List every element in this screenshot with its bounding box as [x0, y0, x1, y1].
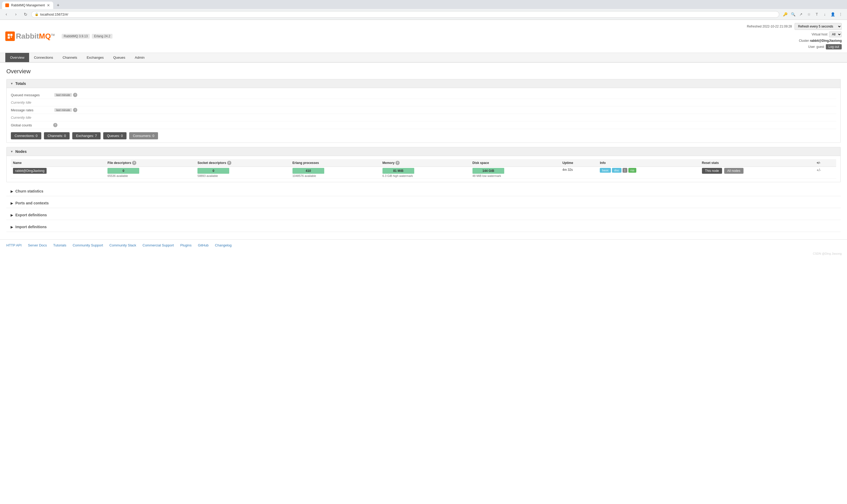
nodes-section-header[interactable]: ▼ Nodes	[6, 147, 841, 156]
footer-link-changelog[interactable]: Changelog	[215, 243, 231, 247]
version-badges: RabbitMQ 3.9.13 Erlang 24.2	[62, 34, 113, 39]
key-icon[interactable]: 🔑	[781, 11, 789, 18]
global-counts-row: Global counts ?	[11, 121, 836, 129]
queued-idle-text: Currently Idle	[11, 101, 31, 105]
back-button[interactable]: ‹	[3, 11, 10, 18]
nav-item-queues[interactable]: Queues	[108, 53, 130, 62]
export-definitions-header[interactable]: ▶ Export definitions	[6, 210, 841, 220]
download-icon[interactable]: ↓	[821, 11, 828, 18]
totals-section-header[interactable]: ▼ Totals	[6, 79, 841, 88]
channels-count-button[interactable]: Channels: 0	[44, 132, 70, 139]
uptime-cell: 4m 32s	[560, 167, 598, 179]
queued-messages-label: Queued messages	[11, 93, 53, 97]
message-rates-help-icon[interactable]: ?	[73, 108, 77, 112]
footer-link-github[interactable]: GitHub	[198, 243, 209, 247]
badge-rss[interactable]: rss	[628, 168, 637, 173]
memory-help-icon[interactable]: ?	[395, 161, 400, 165]
plus-minus-icon[interactable]: +/-	[816, 168, 821, 172]
totals-section: ▼ Totals Queued messages last minute ? C…	[6, 79, 841, 143]
lock-icon: 🔒	[35, 13, 39, 16]
forward-button[interactable]: ›	[12, 11, 20, 18]
exchanges-count-button[interactable]: Exchanges: 7	[72, 132, 101, 139]
browser-chrome: RabbitMQ Management ✕ + ‹ › ↻ 🔒 localhos…	[0, 0, 847, 20]
refresh-button[interactable]: ↻	[22, 11, 29, 18]
col-name: Name	[11, 159, 105, 167]
queued-messages-badge: last minute	[54, 93, 72, 97]
memory-sub: 6.3 GiB high watermark	[382, 174, 468, 177]
import-definitions-title: Import definitions	[15, 225, 47, 229]
nav-item-admin[interactable]: Admin	[130, 53, 149, 62]
refresh-select[interactable]: Refresh every 5 seconds Refresh every 10…	[795, 23, 842, 30]
col-erlang-processes: Erlang processes	[290, 159, 380, 167]
logout-button[interactable]: Log out	[826, 44, 842, 50]
ports-and-contexts-header[interactable]: ▶ Ports and contexts	[6, 198, 841, 208]
footer-link-community-support[interactable]: Community Support	[72, 243, 103, 247]
footer-link-community-slack[interactable]: Community Slack	[109, 243, 136, 247]
queued-messages-row: Queued messages last minute ?	[11, 91, 836, 99]
zoom-icon[interactable]: 🔍	[789, 11, 797, 18]
footer-link-tutorials[interactable]: Tutorials	[53, 243, 66, 247]
col-disk-space: Disk space	[470, 159, 560, 167]
logo-area: RabbitMQTM RabbitMQ 3.9.13 Erlang 24.2	[5, 32, 113, 41]
this-node-button[interactable]: This node	[702, 168, 722, 174]
tab-title: RabbitMQ Management	[11, 3, 45, 7]
new-tab-button[interactable]: +	[54, 2, 62, 9]
bookmark-icon[interactable]: ☆	[805, 11, 813, 18]
vhost-select[interactable]: All	[829, 32, 842, 37]
badge-basic[interactable]: basic	[600, 168, 611, 173]
queued-idle-row: Currently Idle	[11, 99, 836, 106]
menu-icon[interactable]: ⋮	[837, 11, 844, 18]
footer-link-commercial-support[interactable]: Commercial Support	[143, 243, 174, 247]
page-title: Overview	[6, 68, 841, 75]
badge-disc[interactable]: disc	[612, 168, 622, 173]
browser-toolbar: ‹ › ↻ 🔒 localhost:15672/#/ 🔑 🔍 ↗ ☆ T ↓ 👤…	[0, 9, 847, 20]
close-tab-icon[interactable]: ✕	[47, 3, 50, 7]
message-rates-label: Message rates	[11, 108, 53, 112]
nodes-chevron-icon: ▼	[10, 150, 13, 153]
totals-section-body: Queued messages last minute ? Currently …	[6, 88, 841, 143]
user-name: guest	[816, 45, 824, 49]
address-bar[interactable]: 🔒 localhost:15672/#/	[31, 11, 779, 18]
footer-link-plugins[interactable]: Plugins	[180, 243, 192, 247]
socket-descriptors-help-icon[interactable]: ?	[227, 161, 231, 165]
churn-chevron-icon: ▶	[11, 189, 13, 193]
socket-descriptors-bar: 0	[197, 168, 229, 174]
nav-item-exchanges[interactable]: Exchanges	[82, 53, 108, 62]
counts-row: Connections: 0 Channels: 0 Exchanges: 7 …	[11, 132, 836, 139]
import-chevron-icon: ▶	[11, 225, 13, 229]
export-definitions-title: Export definitions	[15, 213, 47, 217]
logo-text: RabbitMQTM	[16, 32, 55, 40]
queues-count-button[interactable]: Queues: 0	[103, 132, 126, 139]
file-descriptors-help-icon[interactable]: ?	[132, 161, 136, 165]
nav-item-connections[interactable]: Connections	[29, 53, 58, 62]
connections-count-button[interactable]: Connections: 0	[11, 132, 41, 139]
active-tab[interactable]: RabbitMQ Management ✕	[2, 2, 53, 9]
share-icon[interactable]: ↗	[797, 11, 805, 18]
profile-icon[interactable]: 👤	[829, 11, 836, 18]
cluster-row: Cluster rabbit@DingJiaxiong	[799, 39, 842, 42]
file-descriptors-available: 65536 available	[107, 174, 193, 177]
totals-section-title: Totals	[15, 82, 26, 86]
nodes-section-title: Nodes	[15, 149, 27, 154]
ports-chevron-icon: ▶	[11, 201, 13, 205]
global-counts-help-icon[interactable]: ?	[53, 123, 57, 127]
footer-link-http-api[interactable]: HTTP API	[6, 243, 22, 247]
nav-item-overview[interactable]: Overview	[5, 53, 29, 62]
disk-space-sub: 48 MiB low watermark	[472, 174, 558, 177]
churn-statistics-header[interactable]: ▶ Churn statistics	[6, 186, 841, 196]
footer-link-server-docs[interactable]: Server Docs	[28, 243, 47, 247]
export-chevron-icon: ▶	[11, 213, 13, 217]
all-nodes-button[interactable]: All nodes	[724, 168, 744, 174]
col-plus-minus[interactable]: +/-	[814, 159, 836, 167]
rabbitmq-version-badge: RabbitMQ 3.9.13	[62, 34, 90, 39]
erlang-processes-available: 1048576 available	[293, 174, 378, 177]
nav-item-channels[interactable]: Channels	[58, 53, 82, 62]
socket-descriptors-available: 58893 available	[197, 174, 288, 177]
user-label: User	[808, 45, 815, 49]
import-definitions-header[interactable]: ▶ Import definitions	[6, 222, 841, 232]
churn-statistics-title: Churn statistics	[15, 189, 44, 193]
consumers-count-button[interactable]: Consumers: 0	[129, 132, 158, 139]
queued-messages-help-icon[interactable]: ?	[73, 93, 77, 97]
app-header: RabbitMQTM RabbitMQ 3.9.13 Erlang 24.2 R…	[0, 20, 847, 53]
translate-icon[interactable]: T	[813, 11, 820, 18]
